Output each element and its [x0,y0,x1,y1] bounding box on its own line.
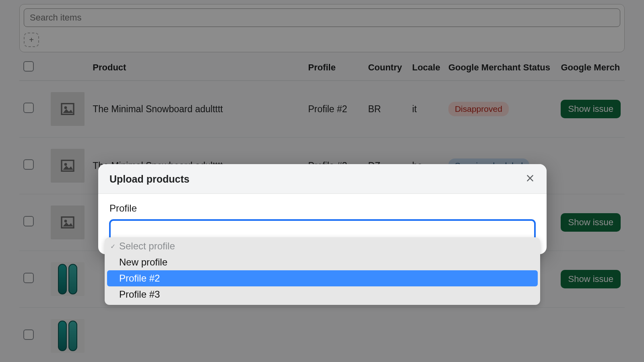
close-icon[interactable] [526,173,535,185]
check-icon: ✓ [110,243,116,250]
profile-dropdown: ✓ Select profile New profile Profile #2 … [105,237,540,305]
modal-title: Upload products [109,173,190,185]
dropdown-option-placeholder[interactable]: ✓ Select profile [107,238,538,254]
upload-products-modal: Upload products Profile ✓ Select profile… [98,164,547,254]
dropdown-option-profile-2[interactable]: Profile #2 [107,270,538,286]
profile-field-label: Profile [109,203,535,214]
dropdown-option-new-profile[interactable]: New profile [107,254,538,270]
dropdown-option-profile-3[interactable]: Profile #3 [107,286,538,302]
